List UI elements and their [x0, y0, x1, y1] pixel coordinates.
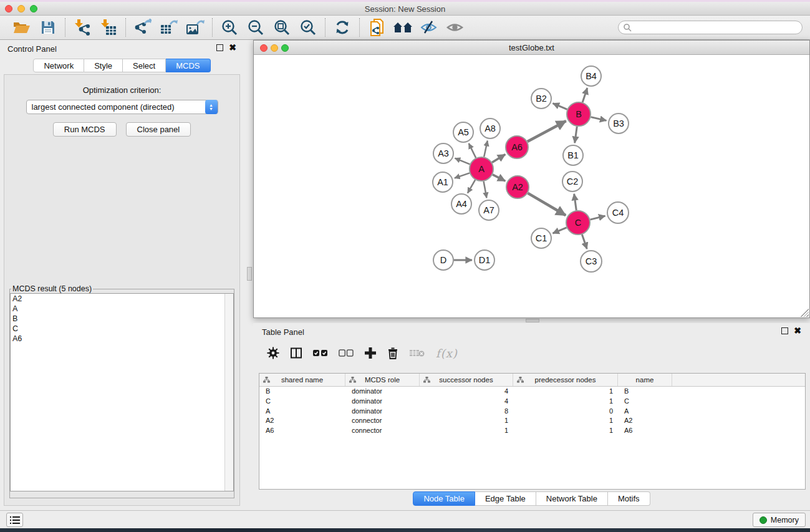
- function-builder-button[interactable]: f(x): [436, 347, 458, 360]
- select-all-columns-button[interactable]: [313, 349, 328, 357]
- graph-node[interactable]: C3: [581, 251, 602, 272]
- zoom-out-button[interactable]: [244, 17, 267, 37]
- mcds-result-item[interactable]: A2: [11, 294, 233, 304]
- run-mcds-button[interactable]: Run MCDS: [53, 122, 117, 137]
- graph-edge[interactable]: [528, 121, 566, 142]
- optimization-criterion-select[interactable]: largest connected component (directed) ▲…: [26, 100, 218, 114]
- graph-edge[interactable]: [484, 181, 487, 198]
- column-header[interactable]: predecessor nodes: [513, 374, 618, 386]
- graph-node[interactable]: A1: [433, 172, 453, 192]
- float-panel-icon[interactable]: [216, 44, 223, 51]
- graph-node[interactable]: B3: [609, 114, 629, 133]
- column-header[interactable]: MCDS role: [345, 374, 420, 386]
- graph-edge[interactable]: [469, 143, 476, 158]
- new-network-from-selection-button[interactable]: [365, 17, 388, 37]
- column-header[interactable]: shared name: [259, 374, 345, 386]
- tab-network[interactable]: Network: [33, 59, 84, 72]
- export-table-button[interactable]: [158, 17, 180, 37]
- close-table-panel-icon[interactable]: ✖: [794, 327, 801, 334]
- graph-node[interactable]: C: [566, 211, 590, 235]
- create-column-button[interactable]: [364, 347, 377, 359]
- graph-edge[interactable]: [582, 235, 587, 249]
- graph-edge[interactable]: [468, 180, 475, 193]
- graph-node[interactable]: D: [433, 250, 453, 270]
- graph-edge[interactable]: [528, 193, 566, 216]
- network-graph[interactable]: AA6A2BCA1A3A4A5A7A8B1B2B3B4C1C2C3C4DD1: [254, 55, 809, 317]
- graph-edge[interactable]: [582, 88, 587, 102]
- horizontal-pane-divider[interactable]: [526, 319, 539, 322]
- table-row[interactable]: A6connector11A6: [259, 426, 805, 436]
- graph-edge[interactable]: [493, 175, 505, 181]
- graph-node[interactable]: B2: [531, 89, 551, 109]
- graph-node[interactable]: A5: [453, 122, 473, 142]
- graph-edge[interactable]: [574, 194, 577, 210]
- graph-node[interactable]: A4: [451, 194, 471, 214]
- graph-node[interactable]: B: [567, 102, 591, 126]
- search-box[interactable]: [618, 21, 803, 34]
- houses-button[interactable]: [392, 17, 414, 37]
- table-settings-button[interactable]: [267, 347, 279, 359]
- search-input[interactable]: [632, 22, 802, 33]
- mcds-result-item[interactable]: B: [11, 314, 233, 324]
- import-network-button[interactable]: [71, 17, 94, 37]
- vertical-pane-divider[interactable]: [247, 267, 252, 281]
- mcds-result-item[interactable]: A6: [11, 334, 233, 344]
- table-row[interactable]: Adominator80A: [259, 407, 805, 417]
- mcds-result-list[interactable]: A2ABCA6: [10, 293, 234, 491]
- column-header[interactable]: name: [618, 374, 672, 386]
- zoom-in-button[interactable]: [218, 17, 241, 37]
- graph-node[interactable]: A7: [479, 200, 499, 220]
- graph-edge[interactable]: [591, 117, 607, 121]
- tab-network-table[interactable]: Network Table: [536, 491, 608, 506]
- graph-node[interactable]: A2: [506, 176, 529, 198]
- window-resize-grip[interactable]: [801, 309, 809, 317]
- hide-details-button[interactable]: [418, 17, 440, 37]
- export-network-button[interactable]: [132, 17, 154, 37]
- save-session-button[interactable]: [37, 17, 59, 37]
- graph-node[interactable]: C1: [531, 228, 551, 248]
- tab-select[interactable]: Select: [123, 59, 166, 72]
- graph-node[interactable]: A: [470, 157, 493, 181]
- mcds-list-scrollbar[interactable]: [224, 294, 233, 491]
- table-row[interactable]: Cdominator41C: [259, 397, 805, 407]
- graph-edge[interactable]: [492, 155, 505, 163]
- tab-style[interactable]: Style: [84, 59, 123, 72]
- tab-node-table[interactable]: Node Table: [413, 491, 475, 506]
- mcds-result-item[interactable]: A: [11, 304, 233, 314]
- close-panel-button[interactable]: Close panel: [126, 122, 191, 137]
- zoom-fit-button[interactable]: [271, 17, 293, 37]
- graph-node[interactable]: D1: [475, 250, 494, 270]
- zoom-selected-button[interactable]: [297, 17, 319, 37]
- graph-edge[interactable]: [455, 173, 470, 178]
- export-image-button[interactable]: [184, 17, 206, 37]
- table-row[interactable]: Bdominator41B: [259, 387, 805, 397]
- float-table-panel-icon[interactable]: [781, 327, 788, 334]
- deselect-all-columns-button[interactable]: [339, 349, 354, 357]
- graph-node[interactable]: B1: [563, 145, 583, 165]
- memory-button[interactable]: Memory: [753, 513, 806, 527]
- graph-node[interactable]: B4: [581, 66, 601, 86]
- close-panel-icon[interactable]: ✖: [229, 44, 236, 51]
- graph-edge[interactable]: [552, 228, 566, 233]
- delete-table-button[interactable]: [409, 348, 425, 358]
- graph-edge[interactable]: [484, 141, 488, 157]
- tab-edge-table[interactable]: Edge Table: [475, 491, 536, 506]
- graph-edge[interactable]: [553, 104, 567, 110]
- open-session-button[interactable]: [11, 17, 33, 37]
- refresh-button[interactable]: [331, 17, 354, 37]
- delete-column-button[interactable]: [387, 347, 398, 359]
- graph-node[interactable]: A8: [480, 118, 500, 138]
- tab-motifs[interactable]: Motifs: [608, 491, 650, 506]
- network-canvas[interactable]: AA6A2BCA1A3A4A5A7A8B1B2B3B4C1C2C3C4DD1: [254, 55, 809, 317]
- graph-edge[interactable]: [455, 158, 470, 165]
- import-table-button[interactable]: [97, 17, 120, 37]
- graph-node[interactable]: C2: [562, 172, 582, 191]
- table-row[interactable]: A2connector11A2: [259, 416, 805, 426]
- graph-edge[interactable]: [575, 127, 577, 143]
- show-details-button[interactable]: [444, 17, 466, 37]
- column-header[interactable]: successor nodes: [420, 374, 513, 386]
- graph-edge[interactable]: [590, 216, 605, 220]
- show-column-panel-button[interactable]: [290, 347, 302, 359]
- tab-mcds[interactable]: MCDS: [166, 59, 210, 72]
- graph-node[interactable]: C4: [607, 202, 629, 223]
